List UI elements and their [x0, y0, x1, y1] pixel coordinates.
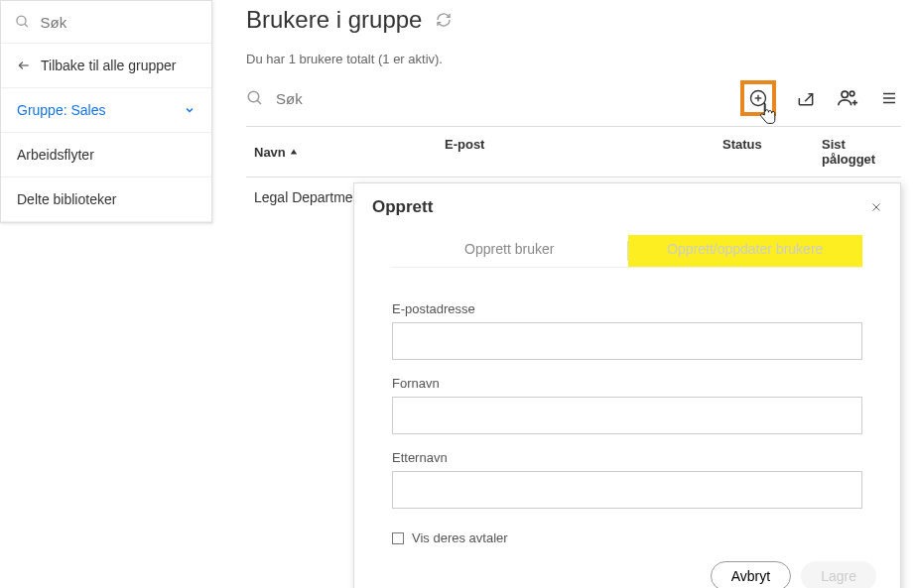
- add-user-button[interactable]: [746, 86, 770, 110]
- svg-point-9: [842, 91, 848, 97]
- table-search-input[interactable]: [276, 90, 464, 107]
- create-user-modal: Opprett Opprett bruker Opprett/oppdater …: [353, 182, 901, 588]
- refresh-icon[interactable]: [436, 12, 452, 28]
- sidebar-workflows-item[interactable]: Arbeidsflyter: [1, 133, 211, 177]
- checkbox-icon: [392, 532, 404, 544]
- column-header-status[interactable]: Status: [722, 137, 822, 167]
- add-user-highlight: [740, 80, 776, 116]
- chevron-down-icon: [184, 104, 196, 116]
- label-lastname: Etternavn: [392, 450, 862, 465]
- close-button[interactable]: [870, 199, 882, 216]
- search-icon: [246, 89, 264, 107]
- label-email: E-postadresse: [392, 301, 862, 316]
- sort-asc-icon: [290, 148, 298, 156]
- show-agreements-checkbox-row[interactable]: Vis deres avtaler: [392, 530, 862, 545]
- assign-users-button[interactable]: [836, 86, 859, 110]
- sidebar-libraries-item[interactable]: Delte biblioteker: [1, 177, 211, 222]
- sidebar-search-input[interactable]: [41, 14, 198, 31]
- modal-tabs: Opprett bruker Opprett/oppdater brukere: [392, 235, 862, 268]
- svg-point-10: [850, 91, 854, 96]
- sidebar-group-item[interactable]: Gruppe: Sales: [1, 88, 211, 133]
- sidebar-workflows-label: Arbeidsflyter: [17, 147, 94, 163]
- menu-icon: [880, 89, 898, 107]
- svg-marker-16: [291, 150, 297, 155]
- checkbox-label: Vis deres avtaler: [412, 530, 508, 545]
- lastname-field[interactable]: [392, 471, 862, 509]
- modal-title: Opprett: [372, 197, 870, 217]
- modal-header: Opprett: [354, 183, 900, 229]
- sidebar-back-link[interactable]: Tilbake til alle grupper: [1, 44, 211, 88]
- search-icon: [15, 13, 31, 31]
- firstname-field[interactable]: [392, 397, 862, 434]
- column-header-name[interactable]: Navn: [246, 137, 445, 167]
- email-field[interactable]: [392, 322, 862, 360]
- save-button: Lagre: [801, 561, 876, 588]
- svg-line-8: [805, 94, 813, 102]
- tab-update-users[interactable]: Opprett/oppdater brukere: [628, 235, 863, 267]
- sidebar: Tilbake til alle grupper Gruppe: Sales A…: [0, 0, 212, 223]
- close-icon: [870, 201, 882, 213]
- table-header-row: Navn E-post Status Sist pålogget: [246, 126, 901, 177]
- modal-body: E-postadresse Fornavn Etternavn Vis dere…: [354, 268, 900, 551]
- plus-circle-icon: [748, 88, 768, 108]
- export-button[interactable]: [794, 86, 818, 110]
- toolbar-actions: [740, 80, 901, 116]
- svg-point-0: [17, 16, 26, 25]
- export-icon: [796, 88, 816, 108]
- label-firstname: Fornavn: [392, 376, 862, 391]
- sidebar-libraries-label: Delte biblioteker: [17, 191, 116, 207]
- sidebar-back-label: Tilbake til alle grupper: [41, 58, 176, 73]
- cancel-button[interactable]: Avbryt: [711, 561, 791, 588]
- sidebar-group-label: Gruppe: Sales: [17, 102, 106, 118]
- page-header: Brukere i gruppe: [246, 0, 901, 52]
- svg-point-3: [248, 91, 259, 102]
- more-menu-button[interactable]: [877, 86, 901, 110]
- column-header-email[interactable]: E-post: [445, 137, 722, 167]
- svg-line-1: [25, 24, 28, 27]
- toolbar: [246, 74, 901, 126]
- sidebar-search-row: [1, 1, 211, 44]
- column-header-lastlogin[interactable]: Sist pålogget: [822, 137, 901, 167]
- toolbar-search: [246, 89, 740, 107]
- modal-footer: Avbryt Lagre: [354, 551, 900, 588]
- tab-create-user[interactable]: Opprett bruker: [392, 235, 627, 267]
- svg-line-4: [257, 100, 261, 104]
- page-title: Brukere i gruppe: [246, 6, 422, 34]
- users-plus-icon: [837, 87, 858, 109]
- user-count-text: Du har 1 brukere totalt (1 er aktiv).: [246, 52, 901, 66]
- arrow-left-icon: [17, 59, 31, 72]
